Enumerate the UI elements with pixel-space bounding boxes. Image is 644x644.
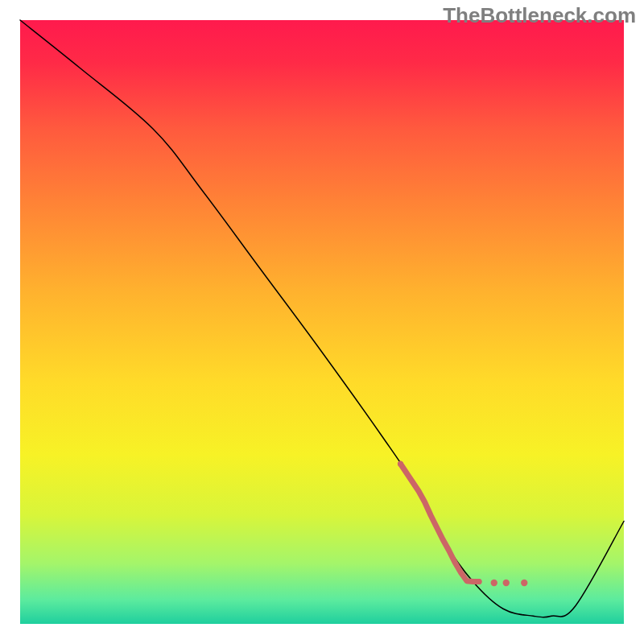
gradient-background <box>20 20 624 624</box>
series-highlight-dots-point <box>503 580 510 586</box>
series-highlight-cap <box>398 461 403 467</box>
chart-container: TheBottleneck.com <box>0 0 644 644</box>
series-highlight-dots-point <box>491 580 497 586</box>
series-highlight-cap <box>477 579 482 584</box>
chart-svg <box>0 0 644 644</box>
series-highlight-dots-point <box>521 580 527 586</box>
watermark-text: TheBottleneck.com <box>443 3 636 28</box>
